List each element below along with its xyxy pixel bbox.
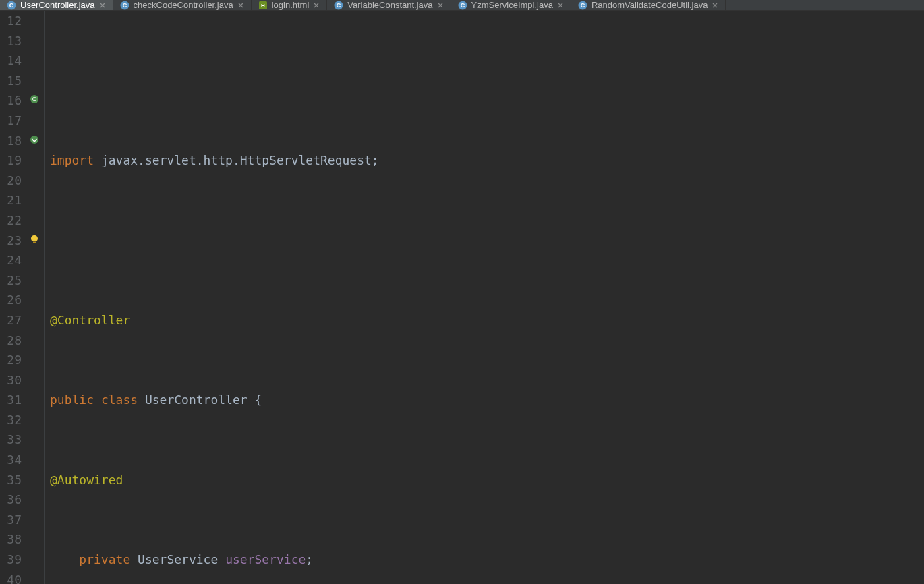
svg-text:H: H [261, 3, 265, 9]
line-number: 35 [0, 470, 22, 490]
line-number: 31 [0, 390, 22, 410]
line-number: 15 [0, 71, 22, 91]
line-number: 19 [0, 150, 22, 171]
code-line[interactable]: public class UserController { [50, 390, 924, 410]
tab-label: YzmServiceImpl.java [471, 0, 553, 10]
close-icon[interactable] [313, 2, 320, 9]
java-file-icon: C [7, 1, 16, 10]
line-number: 39 [0, 550, 22, 570]
line-number-gutter: 1213141516171819202122232425262728293031… [0, 11, 26, 584]
close-icon[interactable] [557, 2, 564, 9]
bulb-icon[interactable] [28, 233, 40, 245]
java-file-icon: C [458, 1, 467, 10]
line-number: 21 [0, 190, 22, 210]
tab-yzmserviceimpl[interactable]: C YzmServiceImpl.java [451, 0, 571, 10]
svg-text:C: C [32, 96, 37, 103]
svg-text:C: C [460, 2, 465, 9]
code-line[interactable] [50, 231, 924, 251]
close-icon[interactable] [437, 2, 444, 9]
line-number: 36 [0, 490, 22, 510]
tab-variableconstant[interactable]: C VariableConstant.java [327, 0, 451, 10]
line-number: 37 [0, 510, 22, 530]
class-icon: C [28, 93, 40, 105]
svg-text:C: C [337, 2, 341, 9]
icon-gutter: C [26, 11, 45, 584]
line-number: 18 [0, 131, 22, 151]
line-number: 20 [0, 171, 22, 191]
close-icon[interactable] [99, 2, 106, 9]
line-number: 30 [0, 370, 22, 390]
tab-login-html[interactable]: H login.html [252, 0, 328, 10]
html-file-icon: H [258, 1, 268, 10]
line-number: 27 [0, 310, 22, 330]
code-line[interactable]: @Controller [50, 310, 924, 330]
tab-randomvalidatecodeutil[interactable]: C RandomValidateCodeUtil.java [571, 0, 726, 10]
code-line[interactable]: private UserService userService; [50, 550, 924, 570]
line-number: 12 [0, 11, 22, 31]
svg-text:C: C [122, 2, 127, 9]
code-line[interactable]: @Autowired [50, 470, 924, 490]
tab-label: VariableConstant.java [347, 0, 432, 10]
code-editor[interactable]: 1213141516171819202122232425262728293031… [0, 11, 924, 584]
svg-rect-15 [33, 241, 36, 243]
editor-tabbar: C UserController.java C checkCodeControl… [0, 0, 924, 11]
line-number: 24 [0, 250, 22, 270]
tab-checkcodecontroller[interactable]: C checkCodeController.java [113, 0, 252, 10]
line-number: 34 [0, 450, 22, 470]
java-file-icon: C [120, 1, 129, 10]
close-icon[interactable] [237, 2, 244, 9]
line-number: 23 [0, 231, 22, 251]
line-number: 26 [0, 290, 22, 310]
line-number: 33 [0, 430, 22, 450]
line-number: 14 [0, 51, 22, 71]
line-number: 13 [0, 31, 22, 51]
tab-label: RandomValidateCodeUtil.java [591, 0, 708, 10]
line-number: 16 [0, 90, 22, 111]
line-number: 28 [0, 330, 22, 351]
close-icon[interactable] [712, 2, 718, 9]
override-icon [28, 134, 40, 146]
code-line[interactable] [50, 71, 924, 91]
line-number: 38 [0, 529, 22, 550]
java-file-icon: C [334, 1, 343, 10]
java-file-icon: C [578, 1, 587, 10]
line-number: 40 [0, 570, 22, 584]
tab-label: checkCodeController.java [134, 0, 233, 10]
code-line[interactable]: import javax.servlet.http.HttpServletReq… [50, 150, 924, 171]
svg-point-14 [30, 136, 38, 144]
line-number: 25 [0, 270, 22, 291]
svg-text:C: C [581, 2, 585, 9]
line-number: 22 [0, 210, 22, 231]
code-area[interactable]: import javax.servlet.http.HttpServletReq… [45, 11, 924, 584]
tab-label: UserController.java [20, 0, 95, 10]
line-number: 32 [0, 410, 22, 430]
tab-usercontroller[interactable]: C UserController.java [0, 0, 113, 10]
svg-text:C: C [9, 2, 14, 9]
line-number: 29 [0, 350, 22, 370]
tab-label: login.html [272, 0, 310, 10]
line-number: 17 [0, 111, 22, 131]
